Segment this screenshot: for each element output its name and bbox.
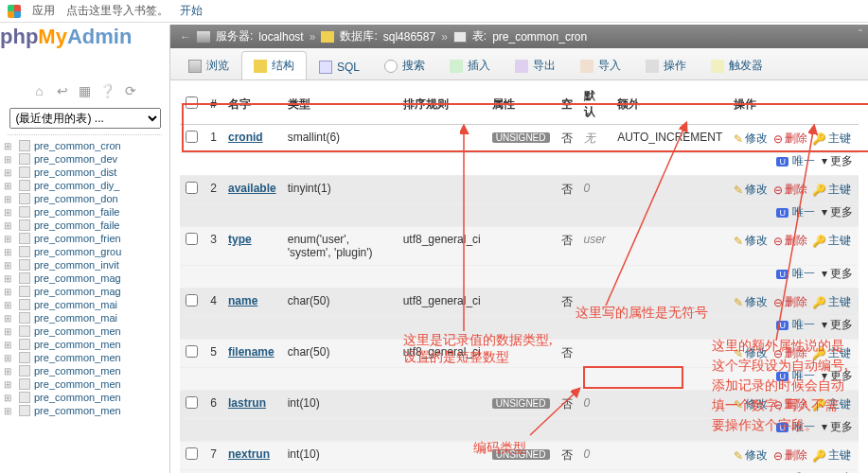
primary-key-link[interactable]: 🔑 主键 <box>812 396 851 412</box>
expand-icon[interactable]: ⊞ <box>4 300 15 310</box>
expand-icon[interactable]: ⊞ <box>4 167 15 178</box>
start-link[interactable]: 开始 <box>180 3 203 19</box>
expand-icon[interactable]: ⊞ <box>4 366 15 377</box>
expand-icon[interactable]: ⊞ <box>4 194 15 204</box>
db-tree-item[interactable]: ⊞pre_common_dev <box>4 152 166 166</box>
header-null[interactable]: 空 <box>556 84 578 125</box>
unique-link[interactable]: U唯一 <box>776 369 815 382</box>
edit-link[interactable]: ✎ 修改 <box>734 447 768 464</box>
sql-icon[interactable]: ▦ <box>78 83 93 98</box>
expand-icon[interactable]: ⊞ <box>4 353 15 363</box>
drop-link[interactable]: ⊖ 删除 <box>773 294 807 310</box>
primary-key-link[interactable]: 🔑 主键 <box>812 447 851 464</box>
column-name[interactable]: filename <box>228 345 275 359</box>
recent-tables-select[interactable]: (最近使用的表) ... <box>9 108 161 129</box>
db-tree-item[interactable]: ⊞pre_common_grou <box>4 245 166 258</box>
db-tree-item[interactable]: ⊞pre_common_faile <box>4 219 166 232</box>
edit-link[interactable]: ✎ 修改 <box>734 294 768 310</box>
row-checkbox[interactable] <box>186 345 198 358</box>
expand-icon[interactable]: ⊞ <box>4 287 15 297</box>
edit-link[interactable]: ✎ 修改 <box>734 396 768 412</box>
unique-link[interactable]: U唯一 <box>776 154 815 167</box>
header-collation[interactable]: 排序规则 <box>398 84 487 125</box>
drop-link[interactable]: ⊖ 删除 <box>773 233 807 249</box>
tab-operations[interactable]: 操作 <box>633 51 699 79</box>
expand-icon[interactable]: ⊞ <box>4 181 15 191</box>
primary-key-link[interactable]: 🔑 主键 <box>812 345 851 361</box>
server-name[interactable]: localhost <box>258 30 303 44</box>
expand-icon[interactable]: ⊞ <box>4 154 15 165</box>
expand-icon[interactable]: ⊞ <box>4 326 15 337</box>
row-checkbox[interactable] <box>186 396 198 409</box>
db-tree-item[interactable]: ⊞pre_common_mai <box>4 311 166 324</box>
expand-icon[interactable]: ⊞ <box>4 207 15 218</box>
tab-search[interactable]: 搜索 <box>372 51 437 79</box>
reload-icon[interactable]: ⟳ <box>123 83 138 98</box>
tab-export[interactable]: 导出 <box>503 51 568 79</box>
unique-link[interactable]: U唯一 <box>776 420 815 433</box>
expand-icon[interactable]: ⊞ <box>4 260 15 271</box>
tab-triggers[interactable]: 触发器 <box>699 51 775 79</box>
import-bookmarks-hint[interactable]: 点击这里导入书签。 <box>66 3 168 19</box>
tab-insert[interactable]: 插入 <box>437 51 503 79</box>
row-checkbox[interactable] <box>186 182 198 194</box>
drop-link[interactable]: ⊖ 删除 <box>773 345 807 361</box>
header-ops[interactable]: 操作 <box>728 84 859 125</box>
apps-label[interactable]: 应用 <box>32 3 55 19</box>
db-tree-item[interactable]: ⊞pre_common_diy_ <box>4 179 166 192</box>
db-tree-item[interactable]: ⊞pre_common_cron <box>4 139 166 152</box>
database-name[interactable]: sql486587 <box>383 30 435 44</box>
edit-link[interactable]: ✎ 修改 <box>734 182 768 198</box>
header-extra[interactable]: 额外 <box>611 84 728 125</box>
primary-key-link[interactable]: 🔑 主键 <box>812 182 851 198</box>
tab-sql[interactable]: SQL <box>307 54 372 79</box>
row-checkbox[interactable] <box>186 447 198 460</box>
more-toggle[interactable]: ▾ 更多 <box>822 318 853 331</box>
row-checkbox[interactable] <box>186 294 198 307</box>
more-toggle[interactable]: ▾ 更多 <box>822 369 853 382</box>
expand-icon[interactable]: ⊞ <box>4 234 15 244</box>
drop-link[interactable]: ⊖ 删除 <box>773 396 807 412</box>
more-toggle[interactable]: ▾ 更多 <box>822 267 853 280</box>
db-tree-item[interactable]: ⊞pre_common_mai <box>4 298 166 311</box>
hide-breadcrumb-icon[interactable]: ˆ <box>859 28 862 42</box>
header-attr[interactable]: 属性 <box>487 84 556 125</box>
expand-icon[interactable]: ⊞ <box>4 313 15 324</box>
header-name[interactable]: 名字 <box>222 84 282 125</box>
column-name[interactable]: lastrun <box>228 396 266 410</box>
check-all[interactable] <box>186 96 198 109</box>
primary-key-link[interactable]: 🔑 主键 <box>812 131 851 147</box>
db-tree-item[interactable]: ⊞pre_common_men <box>4 404 166 417</box>
expand-icon[interactable]: ⊞ <box>4 393 15 403</box>
table-name[interactable]: pre_common_cron <box>492 30 587 44</box>
drop-link[interactable]: ⊖ 删除 <box>773 131 807 147</box>
expand-icon[interactable]: ⊞ <box>4 247 15 257</box>
db-tree-item[interactable]: ⊞pre_common_men <box>4 324 166 338</box>
expand-icon[interactable]: ⊞ <box>4 406 15 416</box>
column-name[interactable]: available <box>228 182 276 195</box>
more-toggle[interactable]: ▾ 更多 <box>822 205 853 219</box>
tab-browse[interactable]: 浏览 <box>176 51 241 79</box>
docs-icon[interactable]: ❔ <box>100 83 115 98</box>
edit-link[interactable]: ✎ 修改 <box>734 131 768 147</box>
drop-link[interactable]: ⊖ 删除 <box>773 447 807 464</box>
column-name[interactable]: name <box>228 294 257 307</box>
logout-icon[interactable]: ↩ <box>55 83 70 98</box>
phpmyadmin-logo[interactable]: phpMyAdmin <box>0 25 169 49</box>
tab-import[interactable]: 导入 <box>568 51 633 79</box>
home-icon[interactable]: ⌂ <box>32 83 47 98</box>
expand-icon[interactable]: ⊞ <box>4 340 15 350</box>
unique-link[interactable]: U唯一 <box>776 205 815 219</box>
expand-icon[interactable]: ⊞ <box>4 141 15 151</box>
edit-link[interactable]: ✎ 修改 <box>734 345 768 361</box>
header-default[interactable]: 默认 <box>578 84 612 125</box>
db-tree-item[interactable]: ⊞pre_common_men <box>4 377 166 391</box>
breadcrumb-collapse-icon[interactable]: ← <box>180 30 191 44</box>
db-tree-item[interactable]: ⊞pre_common_men <box>4 351 166 364</box>
expand-icon[interactable]: ⊞ <box>4 273 15 284</box>
row-checkbox[interactable] <box>186 233 198 245</box>
db-tree-item[interactable]: ⊞pre_common_mag <box>4 272 166 285</box>
db-tree-item[interactable]: ⊞pre_common_men <box>4 391 166 404</box>
row-checkbox[interactable] <box>186 131 198 143</box>
tab-structure[interactable]: 结构 <box>241 51 307 79</box>
